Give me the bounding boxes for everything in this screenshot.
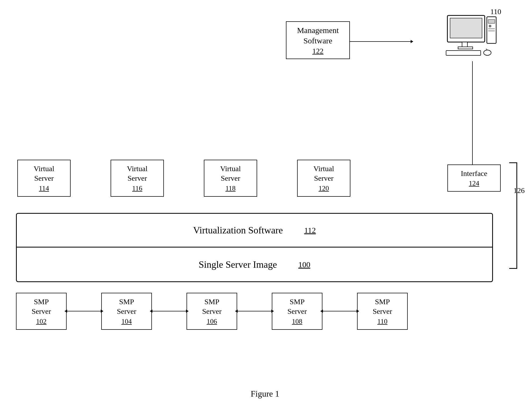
smp-server-104: SMPServer 104: [101, 293, 152, 330]
arrow-computer-to-interface: [472, 61, 473, 165]
dbl-arrow-3: [237, 308, 272, 314]
smp2-ref: 104: [122, 318, 132, 326]
smp-server-102: SMPServer 102: [16, 293, 67, 330]
svg-rect-7: [488, 28, 495, 29]
vs2-ref: 116: [132, 184, 142, 192]
figure-caption: Figure 1: [251, 389, 280, 399]
svg-rect-9: [446, 51, 481, 55]
diagram: 110 ManagementSoftware 122: [0, 0, 530, 420]
management-software-box: ManagementSoftware 122: [286, 21, 350, 59]
smp3-ref: 106: [207, 318, 217, 326]
interface-box: Interface 124: [447, 164, 501, 192]
svg-rect-3: [458, 47, 473, 49]
mgmt-software-ref: 122: [312, 47, 323, 55]
virtual-servers-row: VirtualServer 114 VirtualServer 116 Virt…: [17, 160, 390, 197]
svg-rect-5: [488, 19, 495, 23]
single-server-band: Single Server Image 100: [16, 248, 493, 282]
virtual-server-114: VirtualServer 114: [17, 160, 71, 197]
svg-point-6: [489, 25, 491, 27]
svg-point-10: [484, 50, 491, 55]
dbl-arrow-2: [152, 308, 187, 314]
dbl-arrow-1: [67, 308, 101, 314]
arrow-mgmt-to-computer: [350, 41, 411, 42]
smp1-ref: 102: [36, 318, 47, 326]
virtual-server-120: VirtualServer 120: [297, 160, 350, 197]
smp-server-110: SMPServer 110: [357, 293, 408, 330]
interface-ref: 124: [469, 179, 479, 187]
bracket-126: [509, 162, 517, 269]
smp4-ref: 108: [292, 318, 302, 326]
mgmt-software-label: ManagementSoftware: [291, 25, 345, 46]
single-server-label: Single Server Image: [199, 259, 277, 270]
smp-server-108: SMPServer 108: [272, 293, 322, 330]
svg-rect-1: [450, 18, 482, 38]
vs4-ref: 120: [319, 184, 329, 192]
vs3-ref: 118: [225, 184, 236, 192]
virt-software-label: Virtualization Software: [193, 225, 283, 236]
virtualization-software-band: Virtualization Software 112: [16, 213, 493, 248]
virt-software-ref: 112: [304, 226, 316, 235]
virtual-server-116: VirtualServer 116: [111, 160, 164, 197]
dbl-arrow-4: [322, 308, 357, 314]
vs1-ref: 114: [39, 184, 49, 192]
computer-icon: [445, 13, 514, 71]
single-server-ref: 100: [298, 260, 310, 269]
smp-server-106: SMPServer 106: [187, 293, 237, 330]
smp5-ref: 110: [377, 318, 387, 326]
svg-rect-8: [488, 30, 495, 31]
ref-126: 126: [513, 186, 525, 195]
smp-servers-row: SMPServer 102 SMPServer 104 SMPServer 10…: [16, 293, 408, 330]
virtual-server-118: VirtualServer 118: [204, 160, 257, 197]
